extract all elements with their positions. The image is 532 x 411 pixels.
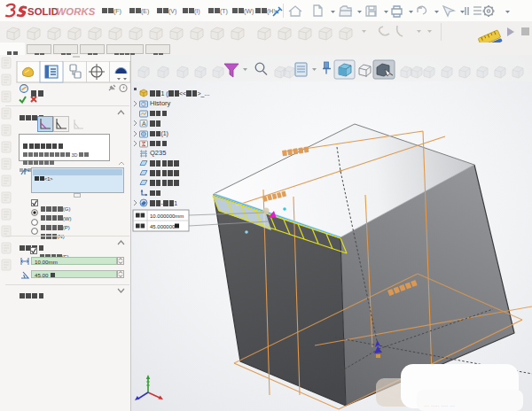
svg-text:SOLID: SOLID — [27, 6, 59, 17]
svg-text:WORKS: WORKS — [57, 6, 96, 17]
svg-text:45.000000: 45.000000 — [150, 224, 176, 229]
svg-text:10.000000mm: 10.000000mm — [150, 213, 184, 219]
svg-text:... ..... .... ...: ... ..... .... ... — [424, 401, 455, 407]
